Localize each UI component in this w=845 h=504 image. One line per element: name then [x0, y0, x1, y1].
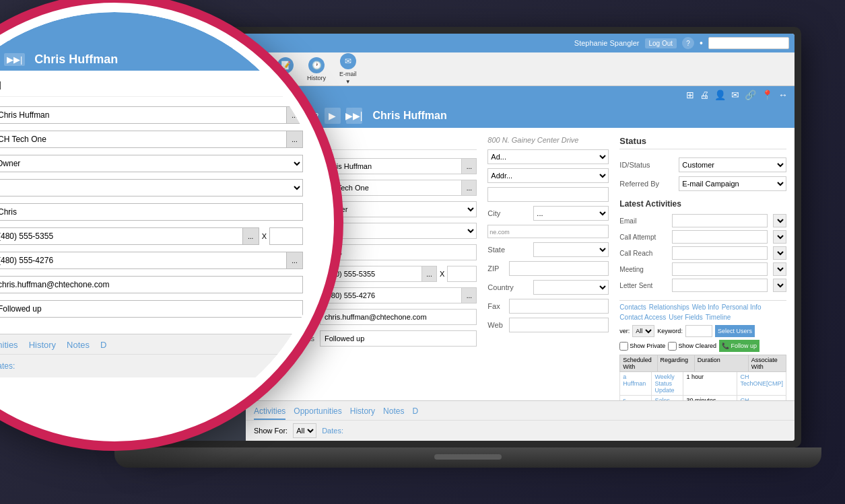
nav-icon-7[interactable]: ↔ [777, 88, 789, 102]
circle-tab-d[interactable]: D [100, 337, 106, 354]
call-reach-input[interactable] [672, 246, 768, 260]
fax-input[interactable] [509, 299, 609, 314]
circle-contact-input[interactable] [0, 106, 287, 124]
circle-phone-ellipsis[interactable]: ... [243, 227, 259, 245]
city-select[interactable]: ... [533, 206, 609, 221]
tab-timeline[interactable]: Timeline [706, 314, 731, 321]
mobile-ellipsis-btn[interactable]: ... [462, 287, 477, 303]
select-users-btn[interactable]: Select Users [715, 325, 755, 337]
email-input[interactable] [320, 309, 477, 325]
state-select[interactable] [533, 242, 609, 257]
show-for-select[interactable]: All [293, 423, 316, 438]
nav-icon-6[interactable]: 📍 [760, 88, 774, 102]
ver-select[interactable]: All [632, 325, 654, 337]
circle-mobile-input[interactable] [0, 252, 287, 269]
nav-icon-1[interactable]: ⊞ [685, 88, 696, 102]
call-attempt-select[interactable] [773, 230, 786, 244]
show-private-checkbox[interactable] [619, 342, 628, 351]
circle-phone-input[interactable] [0, 227, 243, 245]
circle-last-results-input[interactable] [0, 300, 303, 318]
circle-last-btn[interactable]: ▶▶| [4, 53, 25, 66]
phone-ellipsis-btn[interactable]: ... [422, 266, 437, 282]
circle-contact-ellipsis[interactable]: ... [287, 106, 303, 124]
history-button[interactable]: 🕐 History [302, 55, 331, 84]
address-type-select[interactable]: Ad... [487, 149, 609, 164]
referred-by-select[interactable]: E-mail Campaign [679, 176, 786, 191]
tab-contact-access[interactable]: Contact Access [619, 314, 666, 321]
col-scheduled: Scheduled With [620, 355, 657, 371]
call-reach-select[interactable] [773, 246, 786, 260]
tab-relationships[interactable]: Relationships [649, 303, 689, 311]
follow-up-btn[interactable]: 📞 Follow up [719, 340, 759, 352]
circle-mobile-ellipsis[interactable]: ... [287, 252, 303, 269]
address-state-row: Addr... [487, 168, 609, 183]
next-record-btn[interactable]: ▶ [325, 108, 341, 124]
meeting-activity-input[interactable] [672, 262, 768, 276]
letter-sent-label: Letter Sent [619, 282, 667, 289]
email-activity-select[interactable] [773, 214, 786, 227]
circle-salutation-input[interactable] [0, 203, 303, 221]
circle-dates-label[interactable]: Dates: [0, 361, 15, 371]
opportunities-tab[interactable]: Opportunities [294, 404, 341, 420]
nav-icon-5[interactable]: 🔗 [743, 88, 757, 102]
nav-icon-3[interactable]: 👤 [713, 88, 727, 102]
phone-ext-input[interactable] [447, 266, 477, 282]
circle-tab-opportunities[interactable]: Opportunities [0, 337, 18, 354]
letter-sent-select[interactable] [773, 279, 786, 292]
title-select[interactable]: Owner [320, 201, 477, 217]
row2-regarding[interactable]: Sales Demo [652, 396, 683, 400]
logout-button[interactable]: Log Out [645, 38, 677, 48]
row2-scheduled[interactable]: s Huffman [620, 396, 652, 400]
last-record-btn[interactable]: ▶▶| [346, 108, 362, 124]
nav-icon-4[interactable]: ✉ [730, 88, 741, 102]
keyword-input[interactable] [685, 325, 712, 337]
circle-phone-ext[interactable] [269, 227, 303, 245]
nav-icon-2[interactable]: 🖨 [698, 88, 710, 102]
tab-user-fields[interactable]: User Fields [669, 314, 703, 321]
phone-x-label: X [440, 270, 444, 278]
company-ellipsis-btn[interactable]: ... [462, 180, 477, 196]
state-select-1[interactable]: Addr... [487, 168, 609, 183]
id-status-select[interactable]: Customer [679, 157, 786, 172]
email-button[interactable]: ✉ E-mail ▼ [334, 50, 362, 87]
letter-sent-input[interactable] [672, 279, 768, 292]
circle-show-for-row: Show For: All Dates: [0, 354, 325, 377]
contact-ellipsis-btn[interactable]: ... [462, 158, 477, 174]
circle-tab-history[interactable]: History [29, 337, 56, 354]
help-button[interactable]: ? [682, 37, 694, 49]
tab-personal-info[interactable]: Personal Info [722, 303, 762, 311]
tab-contacts[interactable]: Contacts [619, 303, 646, 311]
salutation-input[interactable] [320, 244, 477, 260]
history-tab[interactable]: History [350, 404, 375, 420]
meeting-activity-select[interactable] [773, 262, 786, 276]
row1-scheduled[interactable]: a Huffman [620, 372, 652, 395]
top-search-input[interactable] [708, 37, 789, 49]
d-tab[interactable]: D [412, 404, 418, 420]
tab-web-info[interactable]: Web Info [692, 303, 719, 311]
contact-input[interactable] [320, 158, 462, 174]
circle-company-input[interactable] [0, 131, 287, 148]
activities-tab[interactable]: Activities [254, 404, 285, 420]
email-activity-input[interactable] [672, 214, 768, 227]
letter-sent-row: Letter Sent [619, 279, 786, 292]
sub-table-row-2: s Huffman Sales Demo 30 minutes CH TechO… [619, 396, 786, 400]
department-select[interactable] [320, 223, 477, 239]
mobile-input[interactable] [320, 287, 462, 303]
circle-company-ellipsis[interactable]: ... [287, 131, 303, 148]
show-cleared-checkbox[interactable] [668, 342, 677, 351]
circle-email-input[interactable] [0, 276, 303, 293]
dates-label[interactable]: Dates: [322, 427, 343, 435]
notes-tab[interactable]: Notes [383, 404, 404, 420]
zip-input[interactable] [509, 261, 609, 276]
circle-tab-notes[interactable]: Notes [67, 337, 90, 354]
web-input[interactable] [509, 318, 609, 332]
city-row: City ... [487, 206, 609, 221]
col-duration: Duration [695, 355, 749, 371]
country-select[interactable] [533, 280, 609, 295]
call-attempt-input[interactable] [672, 230, 768, 244]
circle-dept-select[interactable] [0, 179, 303, 196]
last-results-input[interactable] [320, 330, 477, 347]
address-input-1[interactable] [487, 187, 609, 202]
circle-title-select[interactable]: Owner [0, 155, 303, 172]
row1-regarding[interactable]: Weekly Status Update [652, 372, 683, 395]
